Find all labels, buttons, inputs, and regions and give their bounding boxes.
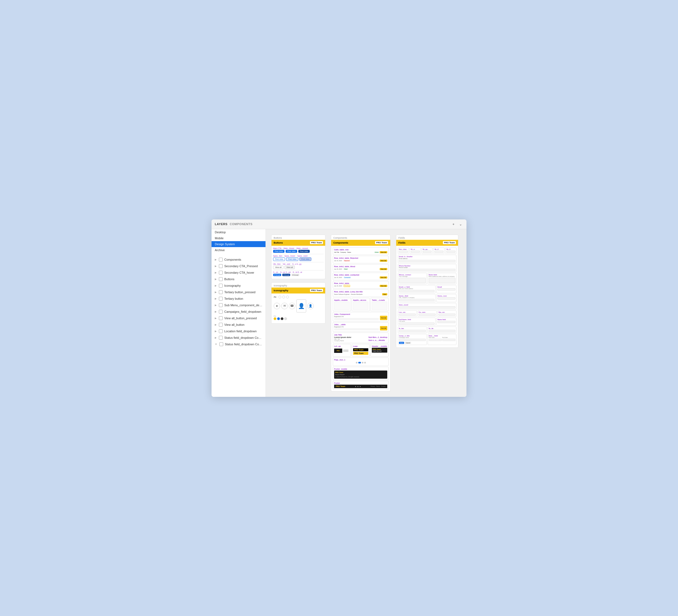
nav-line-3: [343, 351, 348, 352]
btn-row-3-labels: Vib...tton Vie...sed S...s S...py: [273, 263, 324, 265]
row-info1-btn[interactable]: View Job: [380, 285, 387, 287]
jobs-component-btn[interactable]: Find Job: [380, 316, 387, 320]
sidebar-item-components[interactable]: ▶ Components: [212, 256, 265, 263]
footer-bar: PRO Team ● ● ● Privacy · Terms · Contact: [334, 385, 387, 388]
label-spea1: Spea...tton: [273, 255, 282, 257]
field-stpy-label: St...py: [423, 249, 432, 250]
row-info1-date: Jan 23, 2023: [334, 285, 342, 287]
comp-logo-row: Lef...go PRO: [333, 344, 389, 357]
lefgo-logo-text: PRO: [337, 350, 340, 352]
field-camp-hint: Campaign name: [399, 337, 426, 338]
applic-mobile-title: Applic...mobile: [334, 299, 349, 301]
row-long-btn[interactable]: View: [382, 293, 387, 295]
sidebar-item-view-all[interactable]: ▶ View all_button: [212, 321, 265, 328]
layer-icon-view-all: [219, 323, 223, 327]
field-messa-contact: Messa...contact Your message: [398, 273, 427, 284]
pagi-dot-4: [364, 362, 366, 363]
sidebar-item-mobile[interactable]: Mobile: [212, 235, 265, 241]
field-caown-label: Ca...own: [419, 312, 436, 313]
layer-icon-secondary-cta-pressed: [219, 264, 223, 268]
iconography-header: Iconography PRO Team: [271, 288, 325, 293]
comp-applic-less: Applic...wLess: [352, 298, 370, 311]
sidebar-item-status-copy2[interactable]: ▼ Status field_dropdown Copy 2: [212, 341, 265, 348]
field-notes-hint: Write additional notes, address at compa…: [429, 276, 456, 277]
fields-row-filter: N...lter St...lle: [398, 327, 456, 333]
sidebar-item-iconography[interactable]: ▶ Iconography: [212, 282, 265, 289]
sidebar-item-status-copy3[interactable]: ▶ Status field_dropdown Copy 3: [212, 334, 265, 341]
field-stown-label: Sta...wn: [439, 312, 455, 313]
sidebar-item-archive[interactable]: Archive: [212, 247, 265, 253]
outline-btn-hover[interactable]: Find Jobs: [286, 257, 298, 261]
logo-box-2: PRO Team: [353, 352, 369, 355]
footer-dot-1: ●: [355, 386, 356, 387]
text-btn-1[interactable]: View all: [273, 265, 284, 269]
camp-save-btn[interactable]: Save: [399, 342, 404, 344]
collapse-icon[interactable]: ⌄: [458, 221, 463, 227]
field-locwn-label: Loc...wn: [399, 312, 416, 313]
cta-btn-pressed[interactable]: Find Jobs: [298, 250, 310, 253]
sidebar-item-design-system[interactable]: Design System: [212, 241, 265, 247]
canvas-inner: Buttons Buttons PRO Team Main CTA Main..…: [271, 234, 461, 391]
field-hom-icon2-input: [399, 306, 455, 309]
sidebar-item-view-all-pressed[interactable]: ▶ View all_button_pressed: [212, 315, 265, 321]
comp-header-mobile: Header_...mobile PRO Team Claim free tri…: [371, 344, 389, 357]
layer-icon-tertiary-button: [219, 297, 223, 300]
field-stle: St...lle: [428, 327, 457, 333]
sidebar-item-secondary-cta-pressed[interactable]: ▶ Secondary CTA_Pressed: [212, 263, 265, 269]
field-home-icon-input: [438, 297, 455, 299]
tab-layers[interactable]: LAYERS: [215, 222, 228, 226]
icon-btn-2[interactable]: ✉ Email: [282, 274, 291, 276]
icon-row-3: [274, 317, 323, 320]
circle-icon-1: ♥: [274, 303, 280, 309]
left-column: Buttons Buttons PRO Team Main CTA Main..…: [271, 234, 326, 324]
field-date-from: Start date: [429, 337, 442, 341]
sidebar-item-tertiary-pressed[interactable]: ▶ Tertiary button_pressed: [212, 289, 265, 295]
header-mobile-tagline: Claim free trial: [373, 350, 386, 352]
circle-icon-3: ☎: [289, 303, 295, 309]
row-hired-btn[interactable]: View Job: [380, 268, 387, 270]
tab-components[interactable]: COMPONENTS: [230, 222, 253, 226]
fields-row-1: Rec...dow St...n St...py: [398, 247, 456, 254]
canvas-area[interactable]: Buttons Buttons PRO Team Main CTA Main..…: [266, 229, 466, 397]
color-dot-dark: [281, 317, 284, 320]
calls-status-tag: Active: [374, 251, 379, 253]
sidebar-item-secondary-cta-hover[interactable]: ▶ Secondary CTA_hover: [212, 269, 265, 276]
field-email-a-label: Email_A...Smaller: [399, 256, 455, 257]
icon-btn-3[interactable]: ✉ Email: [291, 274, 299, 276]
camp-cancel-btn[interactable]: Cancel: [405, 342, 411, 344]
field-email-e-hint: Edit your email address: [399, 288, 435, 289]
sidebar-item-buttons[interactable]: ▶ Buttons: [212, 276, 265, 282]
iconography-header-label: Iconography: [274, 289, 288, 292]
row-rejected-tag: Rejected: [344, 260, 350, 261]
cta-btn-1[interactable]: Find Jobs: [273, 250, 285, 253]
icon-btn-1[interactable]: ✉ Email: [273, 274, 281, 276]
jobs-mobile-btn[interactable]: Find Job: [380, 326, 387, 330]
job-title-company: Company Name: [334, 340, 367, 341]
fields-header-label: Fields: [399, 242, 406, 244]
sidebar-item-sub-menu[interactable]: ▶ Sub Menu_component_desktop: [212, 302, 265, 309]
row-rejected-btn[interactable]: View Job: [380, 260, 387, 262]
components-header-label: Components: [333, 242, 348, 244]
calls-view-btn[interactable]: View Job: [380, 251, 387, 253]
sidebar-item-campaigns[interactable]: ▶ Campaigns_field_dropdown: [212, 309, 265, 315]
row-contacted-date: Jan 23, 2023: [334, 277, 342, 278]
sidebar-item-desktop[interactable]: Desktop: [212, 229, 265, 235]
icon-row-1: Aa: [274, 296, 323, 298]
field-stle-label: St...lle: [429, 328, 456, 329]
field-date-to-input: [442, 339, 455, 341]
fields-panel: Fields Fields PRO Team Rec...dow: [396, 234, 458, 348]
field-phone-text: Phone number: [399, 267, 408, 268]
fields-content: Rec...dow St...n St...py: [396, 246, 458, 348]
sidebar-item-location-field[interactable]: ▶ Location field_dropdown: [212, 328, 265, 334]
add-icon[interactable]: +: [451, 221, 456, 227]
layer-icon-campaigns: [219, 310, 223, 314]
comp-applic-mobile: Applic...mobile: [333, 298, 351, 311]
row-contacted-btn[interactable]: View Job: [380, 277, 387, 279]
text-btn-2[interactable]: View all: [285, 265, 295, 269]
outline-btn-1[interactable]: Find Jobs: [273, 257, 285, 261]
sidebar-item-tertiary-button[interactable]: ▶ Tertiary button: [212, 295, 265, 302]
outline-btn-pressed[interactable]: Find Jobs: [299, 257, 311, 261]
cta-btn-hover[interactable]: Find Jobs: [286, 250, 297, 253]
footer-mobile-text2: © 2023 ProTeam Inc. All rights reserved.: [335, 376, 386, 377]
pagination-dots: [334, 362, 387, 363]
